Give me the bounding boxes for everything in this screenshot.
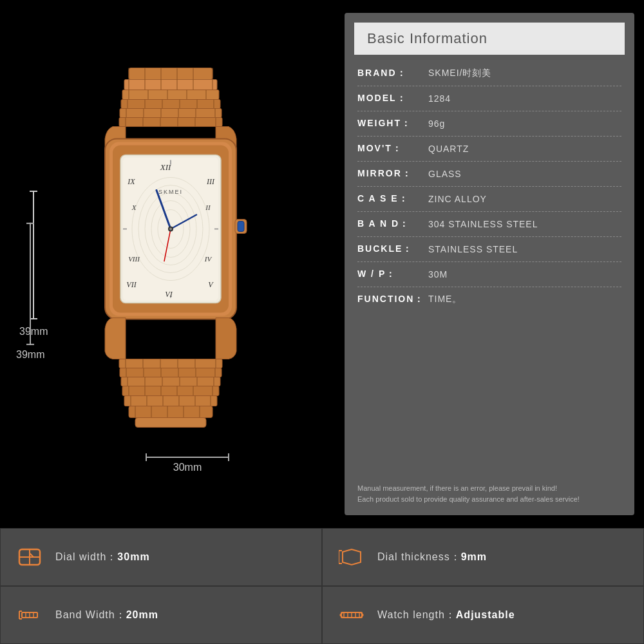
svg-text:SKMEI: SKMEI [158,189,183,195]
svg-text:XII: XII [160,162,171,172]
svg-rect-21 [120,109,222,118]
info-key: BRAND： [357,68,428,79]
spec-text-dial-thickness: Dial thickness：9mm [377,551,487,564]
info-key: C A S E： [357,193,428,205]
info-title: Basic Information [354,23,625,55]
svg-rect-14 [121,100,220,109]
info-row: MOV'T： QUARTZ [357,137,621,162]
svg-text:VI: VI [165,290,173,299]
info-row: B A N D： 304 STAINLESS STEEL [357,212,621,237]
svg-rect-108 [135,418,206,428]
info-value: 304 STAINLESS STEEL [428,219,538,229]
watch-area: 39mm [0,0,341,528]
svg-rect-95 [124,396,217,406]
info-key: B A N D： [357,218,428,230]
svg-rect-1 [124,80,217,90]
info-key: BUCKLE： [357,243,428,255]
band-icon [14,599,46,631]
info-note: Manual measurement, if there is an error… [345,480,634,515]
info-row: W / P： 30M [357,262,621,287]
clock-icon [14,541,46,573]
svg-rect-0 [129,68,213,80]
spec-cell-band-width: Band Width：20mm [0,586,322,644]
thickness-icon [336,541,368,573]
svg-rect-8 [122,90,219,100]
info-value: ZINC ALLOY [428,194,487,204]
spec-cell-dial-width: Dial width：30mm [0,528,322,586]
info-key: WEIGHT： [357,118,428,129]
info-key: FUNCTION： [357,294,428,305]
width-label: 30mm [146,457,229,473]
svg-rect-66 [238,222,244,232]
info-value: TIME。 [428,294,462,305]
svg-line-131 [340,615,343,618]
info-row: BRAND： SKMEI/时刻美 [357,61,621,86]
info-row: MIRROR： GLASS [357,162,621,187]
svg-rect-81 [121,377,220,386]
length-icon [336,599,368,631]
main-area: 39mm [0,0,644,528]
spec-text-band-width: Band Width：20mm [55,609,158,622]
info-row: MODEL： 1284 [357,86,621,111]
svg-rect-28 [119,118,222,127]
svg-text:III: III [206,177,215,186]
info-value: STAINLESS STEEL [428,244,518,254]
svg-text:IX: IX [127,177,135,186]
info-key: MODEL： [357,93,428,104]
info-value: GLASS [428,169,462,179]
spec-text-watch-length: Watch length：Adjustable [377,609,515,622]
info-key: W / P： [357,269,428,280]
info-row: BUCKLE： STAINLESS STEEL [357,237,621,262]
info-value: 1284 [428,93,451,104]
svg-text:X: X [131,204,137,211]
info-key: MOV'T： [357,143,428,155]
info-row: FUNCTION： TIME。 [357,287,621,312]
svg-text:II: II [205,204,211,211]
spec-cell-dial-thickness: Dial thickness：9mm [322,528,644,586]
svg-text:IV: IV [204,255,213,263]
svg-rect-67 [119,359,222,368]
spec-cell-watch-length: Watch length：Adjustable [322,586,644,644]
info-rows: BRAND： SKMEI/时刻美 MODEL： 1284 WEIGHT： 96g… [345,55,634,480]
height-label: 39mm [16,223,44,361]
info-value: SKMEI/时刻美 [428,68,491,79]
info-row: WEIGHT： 96g [357,111,621,137]
svg-text:VII: VII [126,280,137,289]
info-value: QUARTZ [428,144,469,154]
svg-rect-74 [120,368,222,377]
svg-rect-88 [122,386,219,396]
svg-text:VIII: VIII [128,255,140,263]
info-row: C A S E： ZINC ALLOY [357,187,621,212]
info-value: 30M [428,269,448,279]
svg-line-133 [361,615,363,618]
specs-bar: Dial width：30mm Dial thickness：9mm Band … [0,528,644,644]
spec-text-dial-width: Dial width：30mm [55,551,150,564]
watch-image: SKMEI XII IX III VII V X II VIII IV [61,55,280,457]
svg-point-64 [169,228,172,231]
info-value: 96g [428,118,445,129]
info-panel: Basic Information BRAND： SKMEI/时刻美 MODEL… [345,13,634,515]
info-key: MIRROR： [357,168,428,180]
